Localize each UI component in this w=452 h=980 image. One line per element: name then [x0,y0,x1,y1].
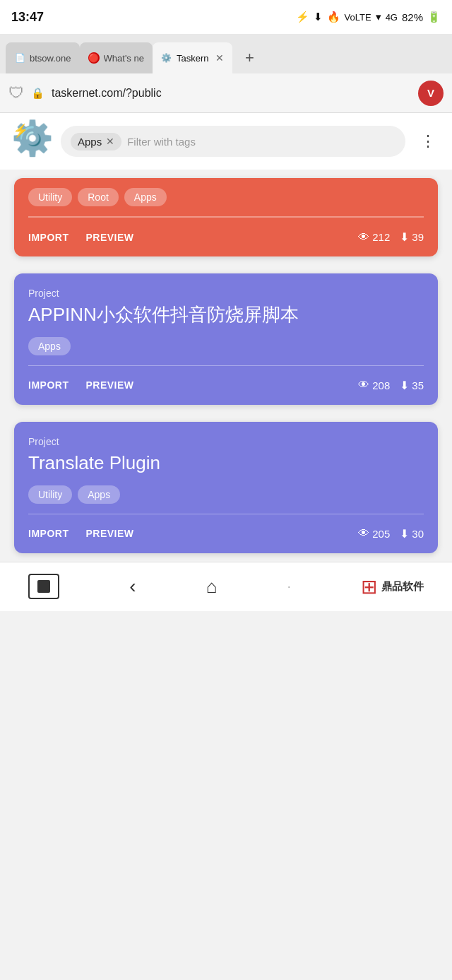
partial-preview-button[interactable]: PREVIEW [85,232,133,243]
more-dots-icon: ⋮ [420,132,436,150]
download-icon: ⬇ [314,11,323,23]
card-appinn-footer: IMPORT PREVIEW 👁 208 ⬇ 35 [28,365,424,405]
network-icon: 4G [386,12,398,23]
card-translate-preview-button[interactable]: PREVIEW [85,528,133,539]
tag-root[interactable]: Root [78,188,119,206]
status-icons: ⚡ ⬇ 🔥 VoLTE ▾ 4G 82% 🔋 [296,11,441,23]
battery-text: 82% [402,11,423,23]
nav-dot-icon: · [287,579,291,594]
fire-icon: 🔥 [327,11,340,23]
battery-icon: 🔋 [427,11,441,23]
browser-button[interactable]: V [418,81,444,106]
filter-tag-close-icon[interactable]: ✕ [106,136,114,147]
signal-icon: VoLTE [345,12,371,23]
card-translate-type: Project [28,436,424,447]
nav-brand-icon: ⊞ [361,575,377,598]
lock-icon: 🔒 [31,87,44,100]
partial-downloads-count: 39 [412,231,424,243]
card-translate-import-button[interactable]: IMPORT [28,528,69,539]
nav-brand: ⊞ 鼎品软件 [361,575,424,598]
address-input[interactable] [52,87,411,100]
tab-label-taskernet: Taskern [177,53,209,64]
card-translate-downloads: ⬇ 30 [400,527,424,541]
search-header: ⚙️ ⚡ Apps ✕ Filter with tags ⋮ [0,113,452,170]
partial-card-stats: 👁 212 ⬇ 39 [358,230,424,244]
download-icon-appinn: ⬇ [400,379,409,392]
wifi-icon: ▾ [376,11,381,23]
filter-tag-apps[interactable]: Apps ✕ [71,133,121,150]
card-translate-views: 👁 205 [358,527,390,540]
bottom-nav: ‹ ⌂ · ⊞ 鼎品软件 [0,562,452,611]
nav-brand-name: 鼎品软件 [381,580,424,594]
eye-icon-translate: 👁 [358,527,369,540]
filter-placeholder: Filter with tags [127,136,196,148]
card-translate-stats: 👁 205 ⬇ 30 [358,527,424,541]
card-translate-title: Translate Plugin [28,451,424,476]
partial-views-count: 212 [372,231,390,243]
card-translate-tags: Utility Apps [28,485,424,504]
partial-views-stat: 👁 212 [358,231,390,244]
download-stat-icon: ⬇ [400,230,409,244]
tab-taskernet[interactable]: ⚙️ Taskern ✕ [153,42,233,73]
nav-tabs-icon [37,580,50,593]
tab-label-whats: What's ne [104,53,144,64]
lightning-overlay-icon: ⚡ [13,123,28,138]
tab-favicon-btsow: 📄 [14,52,25,64]
tab-favicon-taskernet: ⚙️ [161,52,172,64]
partial-downloads-stat: ⬇ 39 [400,230,424,244]
browser-tabs: 📄 btsow.one 🔴 What's ne ⚙️ Taskern ✕ + [0,34,452,73]
eye-icon: 👁 [358,231,369,244]
tab-label-btsow: btsow.one [30,53,71,64]
card-appinn-tags: Apps [28,337,424,355]
partial-import-button[interactable]: IMPORT [28,232,69,243]
more-options-button[interactable]: ⋮ [415,129,441,154]
nav-home-button[interactable]: ⌂ [206,576,218,598]
card-translate-footer: IMPORT PREVIEW 👁 205 ⬇ 30 [28,514,424,553]
status-bar: 13:47 ⚡ ⬇ 🔥 VoLTE ▾ 4G 82% 🔋 [0,0,452,34]
lightning-icon: ⚡ [296,11,309,23]
status-time: 13:47 [11,10,44,25]
page-content: ⚙️ ⚡ Apps ✕ Filter with tags ⋮ Utility R… [0,113,452,562]
tab-favicon-whats: 🔴 [88,52,100,64]
partial-card-footer: IMPORT PREVIEW 👁 212 ⬇ 39 [28,217,424,256]
eye-icon-appinn: 👁 [358,379,369,391]
download-icon-translate: ⬇ [400,527,409,541]
partial-card-top: Utility Root Apps IMPORT PREVIEW 👁 212 ⬇ [14,178,438,256]
partial-card-tags: Utility Root Apps [28,188,424,206]
nav-back-button[interactable]: ‹ [129,575,136,598]
address-bar: 🛡 🔒 V [0,73,452,113]
tag-utility[interactable]: Utility [28,188,72,206]
cards-container: Utility Root Apps IMPORT PREVIEW 👁 212 ⬇ [0,170,452,562]
browser-icon: V [427,87,434,99]
card-translate-views-count: 205 [372,528,390,540]
app-logo: ⚙️ ⚡ [11,122,51,161]
filter-tag-label: Apps [78,136,102,148]
tag-apps[interactable]: Apps [124,188,167,206]
card-translate-tag-0[interactable]: Utility [28,485,72,504]
card-appinn-import-button[interactable]: IMPORT [28,379,69,391]
card-appinn-downloads-count: 35 [412,379,424,391]
tab-add-button[interactable]: + [235,42,263,73]
card-appinn-tag-0[interactable]: Apps [28,337,71,355]
partial-card: Utility Root Apps IMPORT PREVIEW 👁 212 ⬇ [14,178,438,256]
card-appinn-title: APPINN小众软件抖音防烧屏脚本 [28,303,424,327]
filter-bar[interactable]: Apps ✕ Filter with tags [61,126,405,157]
card-appinn-stats: 👁 208 ⬇ 35 [358,379,424,392]
card-appinn: Project APPINN小众软件抖音防烧屏脚本 Apps IMPORT PR… [14,273,438,405]
card-appinn-downloads: ⬇ 35 [400,379,424,392]
card-appinn-views-count: 208 [372,379,390,391]
tab-whats[interactable]: 🔴 What's ne [80,42,153,73]
nav-tabs-button[interactable] [28,574,59,599]
card-appinn-preview-button[interactable]: PREVIEW [85,379,133,391]
card-translate: Project Translate Plugin Utility Apps IM… [14,422,438,553]
card-translate-downloads-count: 30 [412,528,424,540]
tab-btsow[interactable]: 📄 btsow.one [6,42,80,73]
card-appinn-views: 👁 208 [358,379,390,391]
tab-close-icon[interactable]: ✕ [215,52,224,64]
card-appinn-type: Project [28,288,424,299]
shield-icon: 🛡 [8,84,24,102]
card-translate-tag-1[interactable]: Apps [78,485,120,504]
